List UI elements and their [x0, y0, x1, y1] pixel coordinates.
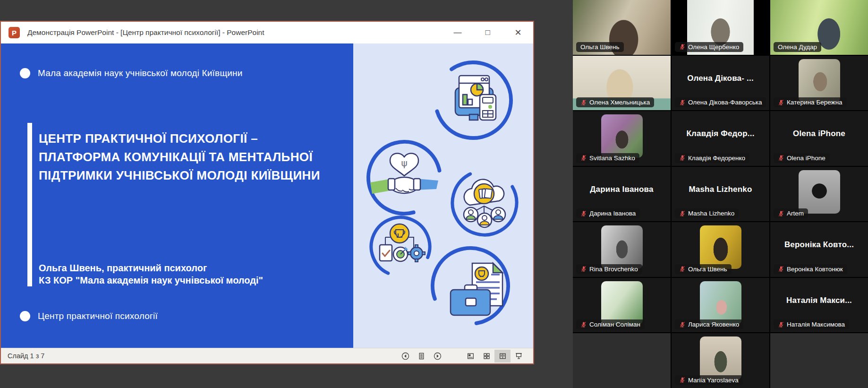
slideshow-view-icon[interactable]: [511, 350, 527, 362]
participant-name: Олена Дудар: [778, 43, 817, 51]
slide-title-line: ЦЕНТР ПРАКТИЧНОЇ ПСИХОЛОГІЇ –: [39, 129, 320, 148]
participant-name: Олена Дікова-Фаворська: [688, 99, 762, 106]
muted-mic-icon: [778, 321, 784, 328]
muted-mic-icon: [679, 210, 686, 217]
participant-name: Олена Хмельницька: [589, 99, 650, 106]
participant-name: Катерина Бережна: [787, 99, 842, 106]
reading-view-icon[interactable]: [494, 350, 511, 362]
participant-tile[interactable]: Олена Хмельницька: [573, 56, 671, 111]
participant-tile[interactable]: Masha LizhenkoMasha Lizhenko: [672, 167, 769, 222]
bullet-circle-icon: [20, 311, 30, 321]
participant-tile[interactable]: Ольга Швень: [672, 222, 769, 277]
muted-mic-icon: [580, 321, 587, 328]
muted-mic-icon: [778, 155, 784, 161]
participant-avatar: [799, 170, 840, 214]
window-controls: — □ ✕: [443, 22, 533, 43]
footer-badge-text: Центр практичної психології: [38, 311, 158, 321]
powerpoint-window: P Демонстрація PowerPoint - [Центр практ…: [0, 21, 534, 364]
participant-tile[interactable]: Клавдія Федор...Клавдія Федоренко: [672, 111, 769, 166]
slide-sorter-view-icon[interactable]: [478, 350, 494, 362]
participant-name-label: Дарина Іванова: [576, 208, 640, 218]
participant-tile[interactable]: Rina Brovchenko: [573, 222, 671, 277]
close-button[interactable]: ✕: [503, 22, 533, 43]
slide-title-line: ПІДТРИМКИ УЧНІВСЬКОЇ МОЛОДІ КИЇВЩИНИ: [39, 166, 320, 185]
slide-title: ЦЕНТР ПРАКТИЧНОЇ ПСИХОЛОГІЇ – ПЛАТФОРМА …: [39, 129, 320, 185]
participant-name-label: Олена Щербенко: [675, 42, 743, 52]
participant-tile[interactable]: Катерина Бережна: [770, 56, 868, 111]
goals-flow-icon: [368, 215, 433, 279]
participant-tile[interactable]: Лариса Яковенко: [672, 278, 769, 333]
participant-tile[interactable]: Олена Дудар: [770, 0, 868, 55]
participant-avatar: [601, 281, 643, 325]
muted-mic-icon: [580, 266, 587, 272]
handshake-heart-icon: ψ: [366, 139, 443, 216]
maximize-button[interactable]: □: [473, 22, 503, 43]
participant-name-label: Ольга Швень: [576, 42, 624, 52]
participant-tile[interactable]: Наталія Макси...Наталія Максимова: [770, 278, 868, 333]
participant-avatar: [799, 59, 840, 103]
muted-mic-icon: [580, 99, 587, 106]
next-slide-icon[interactable]: [429, 350, 445, 362]
org-badge-text: Мала академія наук учнівської молоді Киї…: [38, 68, 243, 78]
org-badge: Мала академія наук учнівської молоді Киї…: [20, 68, 243, 78]
participant-tile[interactable]: Олена Щербенко: [672, 0, 769, 55]
participant-name: Олена Щербенко: [688, 43, 739, 51]
participant-name-label: Клавдія Федоренко: [675, 153, 749, 163]
participant-name: Дарина Іванова: [589, 210, 636, 217]
participant-tile[interactable]: Вероніка Ковто...Вероніка Ковтонюк: [770, 222, 868, 277]
participant-name: Svitlana Sazhko: [589, 155, 635, 162]
participant-name: Вероніка Ковтонюк: [787, 266, 843, 273]
participant-tile[interactable]: Artem: [770, 167, 868, 222]
participant-name-label: Masha Lizhenko: [675, 208, 739, 218]
participant-display-name: Дарина Іванова: [573, 185, 671, 194]
empty-grid-area: [770, 333, 868, 388]
participant-tile[interactable]: Mariia Yaroslaeva: [672, 333, 769, 388]
briefcase-document-icon: [429, 244, 512, 328]
participant-name-label: Олена Хмельницька: [576, 97, 654, 107]
empty-grid-area: [573, 333, 671, 388]
statusbar-icons: [397, 350, 527, 362]
participant-name: Лариса Яковенко: [688, 321, 739, 328]
participant-avatar: [601, 225, 643, 269]
normal-view-icon[interactable]: [462, 350, 478, 362]
analytics-monitor-icon: [432, 59, 515, 142]
title-accent-bar: [27, 123, 32, 286]
footer-badge: Центр практичної психології: [20, 311, 158, 321]
participant-tile[interactable]: Olena iPhoneOlena iPhone: [770, 111, 868, 166]
muted-mic-icon: [679, 99, 686, 106]
notes-icon[interactable]: [413, 350, 429, 362]
participant-avatar: [700, 225, 741, 269]
window-title: Демонстрація PowerPoint - [Центр практич…: [27, 28, 264, 37]
slide-indicator: Слайд 1 з 7: [8, 352, 44, 360]
participant-name: Ольга Швень: [688, 266, 727, 273]
participant-name-label: Svitlana Sazhko: [576, 153, 639, 163]
participant-display-name: Вероніка Ковто...: [770, 240, 868, 250]
previous-slide-icon[interactable]: [397, 350, 413, 362]
participant-name-label: Ольга Швень: [675, 264, 732, 274]
participant-tile[interactable]: Svitlana Sazhko: [573, 111, 671, 166]
participant-name: Masha Lizhenko: [688, 210, 734, 217]
participant-tile[interactable]: Соліман Соліман: [573, 278, 671, 333]
slide-left-panel: Мала академія наук учнівської молоді Киї…: [1, 43, 353, 348]
muted-mic-icon: [778, 99, 784, 106]
participant-tile[interactable]: Дарина ІвановаДарина Іванова: [573, 167, 671, 222]
participant-name: Rina Brovchenko: [589, 266, 638, 273]
muted-mic-icon: [679, 377, 686, 383]
cloud-network-icon: [449, 167, 520, 238]
muted-mic-icon: [778, 266, 784, 272]
participant-name: Соліман Соліман: [589, 321, 640, 328]
participant-name: Ольга Швень: [580, 43, 620, 51]
participant-name-label: Олена Дудар: [774, 42, 821, 52]
participant-name-label: Лариса Яковенко: [675, 319, 743, 329]
muted-mic-icon: [778, 210, 784, 217]
participant-name: Artem: [787, 210, 804, 217]
participant-tile[interactable]: Олена Дікова- ...Олена Дікова-Фаворська: [672, 56, 769, 111]
presenter-name: Ольга Швень, практичний психолог: [39, 262, 263, 274]
participant-tile[interactable]: Ольга Швень: [573, 0, 671, 55]
participant-name-label: Mariia Yaroslaeva: [675, 375, 743, 385]
slide-title-line: ПЛАТФОРМА КОМУНІКАЦІЇ ТА МЕНТАЛЬНОЇ: [39, 148, 320, 166]
participant-name-label: Rina Brovchenko: [576, 264, 642, 274]
participant-display-name: Олена Дікова- ...: [672, 74, 769, 83]
minimize-button[interactable]: —: [443, 22, 473, 43]
participant-name-label: Наталія Максимова: [774, 319, 849, 329]
